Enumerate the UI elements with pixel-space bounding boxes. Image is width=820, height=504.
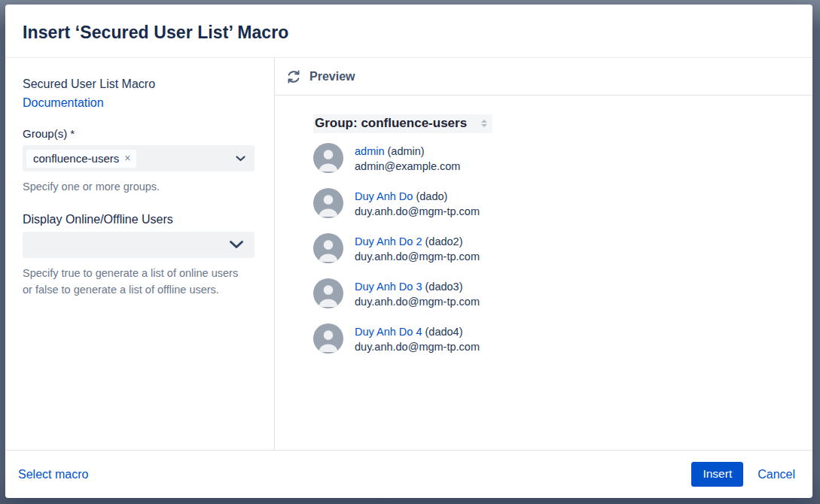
chevron-down-icon xyxy=(229,240,244,249)
remove-tag-icon[interactable]: × xyxy=(124,153,130,163)
chevron-down-icon xyxy=(236,156,245,162)
cancel-button[interactable]: Cancel xyxy=(758,468,795,481)
user-email: admin@example.com xyxy=(355,159,460,174)
online-field-label: Display Online/Offline Users xyxy=(23,213,259,226)
user-username: (dado3) xyxy=(425,281,463,293)
preview-title: Preview xyxy=(309,70,355,83)
groups-field-helper: Specify one or more groups. xyxy=(23,179,250,196)
online-field-helper: Specify true to generate a list of onlin… xyxy=(23,266,250,299)
user-name-link[interactable]: Duy Anh Do 3 xyxy=(355,281,422,293)
user-username: (dado4) xyxy=(425,326,463,338)
insert-button[interactable]: Insert xyxy=(691,462,743,487)
group-heading-label: Group: confluence-users xyxy=(315,116,467,131)
preview-header: Preview xyxy=(275,58,812,96)
user-email: duy.anh.do@mgm-tp.com xyxy=(355,339,480,354)
macro-name-label: Secured User List Macro xyxy=(23,77,259,91)
dialog-header: Insert ‘Secured User List’ Macro xyxy=(5,5,812,58)
user-avatar-icon xyxy=(313,233,343,263)
user-list-item: Duy Anh Do 3 (dado3) duy.anh.do@mgm-tp.c… xyxy=(313,278,812,308)
preview-content: Group: confluence-users admin (admin) ad… xyxy=(275,96,812,450)
preview-panel: Preview Group: confluence-users admin (a… xyxy=(275,58,812,450)
refresh-icon[interactable] xyxy=(286,69,301,84)
user-name-link[interactable]: Duy Anh Do xyxy=(355,190,413,202)
macro-form-panel: Secured User List Macro Documentation Gr… xyxy=(5,58,275,450)
user-list-item: Duy Anh Do 2 (dado2) duy.anh.do@mgm-tp.c… xyxy=(313,233,812,263)
user-avatar-icon xyxy=(313,143,343,173)
group-tag-label: confluence-users xyxy=(33,152,119,165)
user-email: duy.anh.do@mgm-tp.com xyxy=(355,249,480,264)
dialog-footer: Select macro Insert Cancel xyxy=(5,450,812,498)
groups-multiselect[interactable]: confluence-users × xyxy=(23,145,255,172)
user-name-link[interactable]: admin xyxy=(355,145,385,157)
user-list-item: admin (admin) admin@example.com xyxy=(313,143,812,173)
user-name-link[interactable]: Duy Anh Do 4 xyxy=(355,326,422,338)
user-username: (dado2) xyxy=(425,235,463,247)
group-tag: confluence-users × xyxy=(26,150,136,168)
dialog-title: Insert ‘Secured User List’ Macro xyxy=(23,23,288,43)
user-email: duy.anh.do@mgm-tp.com xyxy=(355,204,480,219)
dialog-body: Secured User List Macro Documentation Gr… xyxy=(5,58,812,450)
user-username: (dado) xyxy=(416,190,447,202)
online-offline-select[interactable] xyxy=(23,232,255,258)
user-list-item: Duy Anh Do 4 (dado4) duy.anh.do@mgm-tp.c… xyxy=(313,323,812,354)
user-list-item: Duy Anh Do (dado) duy.anh.do@mgm-tp.com xyxy=(313,188,812,218)
select-macro-link[interactable]: Select macro xyxy=(18,468,88,481)
user-list: admin (admin) admin@example.com Duy Anh … xyxy=(313,143,812,354)
insert-macro-dialog: Insert ‘Secured User List’ Macro Secured… xyxy=(5,5,812,498)
sort-icon[interactable] xyxy=(481,120,489,127)
user-username: (admin) xyxy=(388,145,425,157)
user-avatar-icon xyxy=(313,278,343,308)
group-heading: Group: confluence-users xyxy=(313,114,492,133)
user-avatar-icon xyxy=(313,323,343,354)
user-name-link[interactable]: Duy Anh Do 2 xyxy=(355,235,422,247)
user-email: duy.anh.do@mgm-tp.com xyxy=(355,294,480,309)
documentation-link[interactable]: Documentation xyxy=(23,96,104,110)
user-avatar-icon xyxy=(313,188,343,218)
groups-field-label: Group(s) * xyxy=(23,127,259,140)
